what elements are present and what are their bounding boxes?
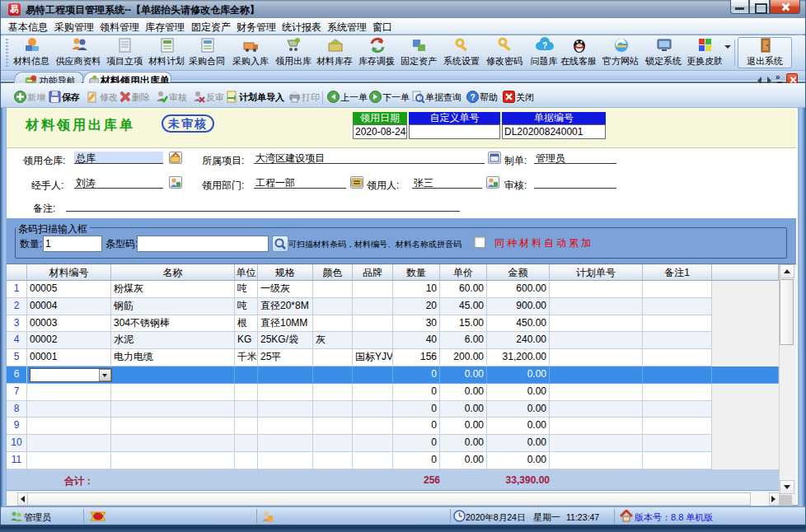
svg-text:?: ? — [542, 41, 547, 50]
svg-text:?: ? — [470, 93, 475, 102]
